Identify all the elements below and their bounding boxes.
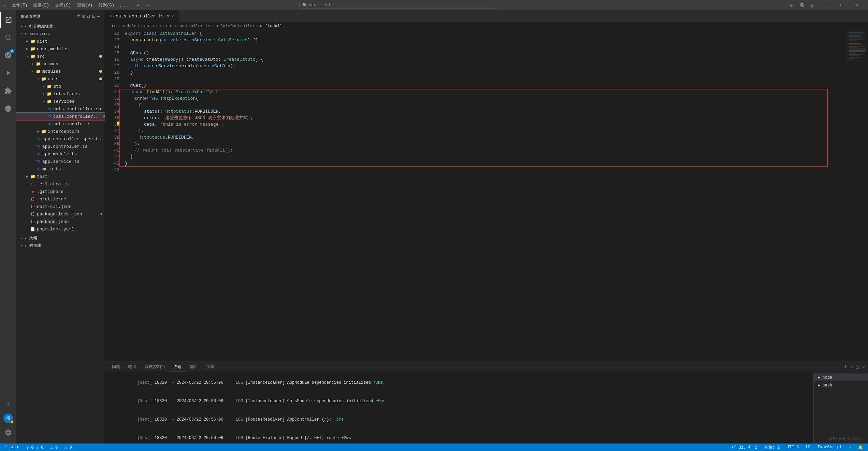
activity-source-control[interactable]: 2 (0, 47, 16, 64)
breadcrumb-file[interactable]: TS cats.controller.ts (159, 24, 210, 29)
menu-edit[interactable]: 编辑(E) (31, 2, 52, 9)
statusbar-warnings[interactable]: △ 0 (62, 445, 74, 450)
statusbar-position[interactable]: 行 31, 列 1 (730, 445, 759, 450)
breadcrumb-class[interactable]: ⊕ CatsController (216, 24, 255, 29)
activity-explorer[interactable] (0, 12, 16, 28)
refresh-icon[interactable]: ↺ (87, 13, 91, 20)
search-bar[interactable]: 🔍 nest-test (299, 2, 497, 9)
code-editor[interactable]: 22 23 24 25 26 27 28 29 30 31 32 33 34 3… (105, 30, 848, 362)
breadcrumb-modules[interactable]: modules (122, 24, 139, 29)
activity-settings[interactable] (0, 424, 16, 441)
menu-select[interactable]: 选择(S) (53, 2, 74, 9)
sidebar-item-cats-controller[interactable]: TS cats.controller.ts M (16, 113, 105, 120)
sidebar-item-app-controller[interactable]: TS app.controller.ts (16, 143, 105, 150)
sidebar-item-test[interactable]: ▶ 📁 test (16, 173, 105, 180)
sidebar-item-main[interactable]: TS main.ts (16, 165, 105, 173)
panel-tab-debug[interactable]: 调试控制台 (141, 363, 169, 371)
panel-tab-comments[interactable]: 注释 (202, 363, 218, 371)
more-icon[interactable]: ⋯ (97, 13, 101, 20)
sidebar-item-cats[interactable]: ▾ 📁 cats (16, 75, 105, 83)
sidebar-item-nest-cli[interactable]: {} nest-cli.json (16, 203, 105, 210)
terminal-list-item-node[interactable]: ▶ node (814, 374, 868, 381)
menu-goto[interactable]: 转到(G) (96, 2, 117, 9)
statusbar-feedback[interactable]: ☺ (847, 445, 853, 450)
sidebar-item-src[interactable]: ▾ 📁 src (16, 53, 105, 60)
statusbar-line-ending[interactable]: LF (804, 445, 812, 450)
sidebar-item-interceptors[interactable]: ▶ 📁 interceptors (16, 128, 105, 135)
layout2-action[interactable]: ⊡ (809, 2, 815, 9)
close-button[interactable]: ✕ (850, 0, 865, 10)
sidebar-item-cats-controller-spec[interactable]: TS cats.controller.spec.ts (16, 105, 105, 113)
sidebar-item-services[interactable]: ▶ 📁 services (16, 98, 105, 105)
panel-tab-terminal[interactable]: 终端 (169, 363, 186, 371)
sidebar-item-package[interactable]: {} package.json (16, 218, 105, 225)
sidebar-item-dto[interactable]: ▶ 📁 dto (16, 83, 105, 90)
sidebar-item-cats-module[interactable]: TS cats.module.ts (16, 120, 105, 128)
layout-action[interactable]: ⧉ (798, 2, 806, 9)
panel-tab-output[interactable]: 输出 (124, 363, 141, 371)
nav-forward-button[interactable]: → (144, 2, 152, 8)
open-editors-arrow: ▸ (19, 24, 25, 29)
sidebar-item-app-module[interactable]: TS app.module.ts (16, 150, 105, 158)
sidebar-item-app-service[interactable]: TS app.service.ts (16, 158, 105, 165)
minimize-button[interactable]: ─ (818, 0, 834, 10)
tab-close-icon[interactable]: ✕ (171, 13, 174, 19)
sidebar-item-dist[interactable]: ▶ 📁 dist (16, 38, 105, 45)
sidebar-item-package-lock[interactable]: {} package-lock.json U (16, 210, 105, 218)
activity-problems[interactable]: ⚠ (0, 396, 16, 412)
statusbar-sync[interactable]: ↻ 0 ↓ 0 (24, 445, 45, 450)
breadcrumb-cats[interactable]: cats (144, 24, 154, 29)
breadcrumb-src[interactable]: src (109, 24, 117, 29)
panel-add-icon[interactable]: + (844, 364, 847, 370)
panel-more-icon[interactable]: ⋯ (850, 364, 853, 370)
collapse-icon[interactable]: ⊟ (92, 13, 96, 20)
terminal-output[interactable]: [Nest] 18820 - 2024/06/22 20:56:06 LOG [… (105, 372, 813, 443)
eslint-icon: ⬡ (30, 181, 35, 187)
open-editors-section[interactable]: ▸ ▸ 打开的编辑器 (16, 23, 105, 30)
sidebar-item-gitignore[interactable]: ◆ .gitignore (16, 188, 105, 195)
panel-close-icon[interactable]: ✕ (862, 364, 865, 370)
statusbar-branch[interactable]: ⑂ main (3, 445, 21, 450)
statusbar-encoding[interactable]: UTF-8 (784, 445, 801, 450)
sidebar-item-label: cats.controller.spec.ts (53, 107, 105, 112)
ts-file-icon: TS (35, 144, 41, 149)
new-folder-icon[interactable]: ⊕ (82, 13, 86, 20)
maximize-button[interactable]: □ (834, 0, 850, 10)
sidebar-item-eslintrc[interactable]: ⬡ .eslintrc.js (16, 180, 105, 188)
statusbar-errors[interactable]: ⚠ 0 (48, 445, 60, 450)
outline-section[interactable]: ▸ ▸ 大纲 (16, 234, 105, 242)
sidebar-item-node-modules[interactable]: ▶ 📁 node_modules (16, 45, 105, 53)
statusbar-language[interactable]: TypeScript (815, 445, 844, 450)
project-root[interactable]: ▾ ▾ NEST-TEST (16, 30, 105, 38)
tab-cats-controller[interactable]: TS cats.controller.ts M ✕ (105, 10, 179, 22)
panel: 问题 输出 调试控制台 终端 端口 注释 + ⋯ ∧ ✕ [Nest] 1882… (105, 362, 868, 443)
sidebar-item-label: src (37, 54, 99, 59)
sidebar-item-modules[interactable]: ▾ 📁 modules (16, 68, 105, 75)
sidebar-item-app-controller-spec[interactable]: TS app.controller.spec.ts (16, 135, 105, 143)
code-line-30: @Get() (125, 82, 848, 89)
activity-ai[interactable]: AI (0, 100, 16, 117)
statusbar-notifications[interactable]: 🔔 (856, 445, 865, 450)
terminal-list-item-bash[interactable]: ▶ bash (814, 381, 868, 389)
sidebar-item-interfaces[interactable]: ▶ 📁 interfaces (16, 90, 105, 98)
sidebar-item-prettierrc[interactable]: {} .prettierrc (16, 195, 105, 203)
menu-more[interactable]: ... (118, 2, 129, 9)
activity-extensions[interactable] (0, 83, 16, 99)
activity-search[interactable] (0, 29, 16, 46)
panel-up-icon[interactable]: ∧ (856, 364, 859, 370)
panel-tab-problems[interactable]: 问题 (108, 363, 124, 371)
sidebar-item-common[interactable]: ▶ 📁 common (16, 60, 105, 68)
activity-run[interactable] (0, 65, 16, 81)
statusbar-spaces[interactable]: 空格: 2 (762, 445, 782, 450)
menu-file[interactable]: 文件(F) (9, 2, 30, 9)
nav-back-button[interactable]: ← (134, 2, 143, 8)
timeline-section[interactable]: ▸ ▸ 时间线 (16, 242, 105, 249)
sidebar-item-pnpm-lock[interactable]: 📄 pnpm-lock.yaml (16, 225, 105, 233)
new-file-icon[interactable]: + (77, 13, 81, 20)
menu-view[interactable]: 查看(V) (74, 2, 96, 9)
breadcrumb-method[interactable]: ⊕ findAll (260, 24, 282, 29)
json-icon: {} (30, 211, 35, 217)
run-action[interactable]: ▷ (789, 2, 795, 9)
panel-tab-ports[interactable]: 端口 (186, 363, 202, 371)
user-avatar[interactable]: 稀 (3, 413, 13, 423)
